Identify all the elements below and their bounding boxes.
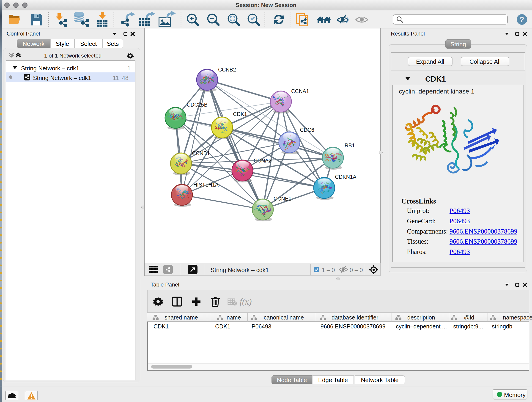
svg-text:CDK1: CDK1 xyxy=(233,111,247,117)
svg-text:CCNB1: CCNB1 xyxy=(192,150,210,156)
svg-text:CDC6: CDC6 xyxy=(300,127,314,133)
svg-text:CCNA2: CCNA2 xyxy=(254,158,272,164)
svg-text:CCNB2: CCNB2 xyxy=(218,67,236,73)
svg-text:HIST1H1A: HIST1H1A xyxy=(193,182,219,188)
svg-text:CDC25B: CDC25B xyxy=(187,102,208,108)
svg-text:CCNE1: CCNE1 xyxy=(273,196,291,202)
svg-text:RB1: RB1 xyxy=(345,143,355,148)
svg-text:CCNA1: CCNA1 xyxy=(291,88,309,94)
svg-text:CDKN1A: CDKN1A xyxy=(335,174,356,180)
svg-text:?: ? xyxy=(520,15,525,24)
